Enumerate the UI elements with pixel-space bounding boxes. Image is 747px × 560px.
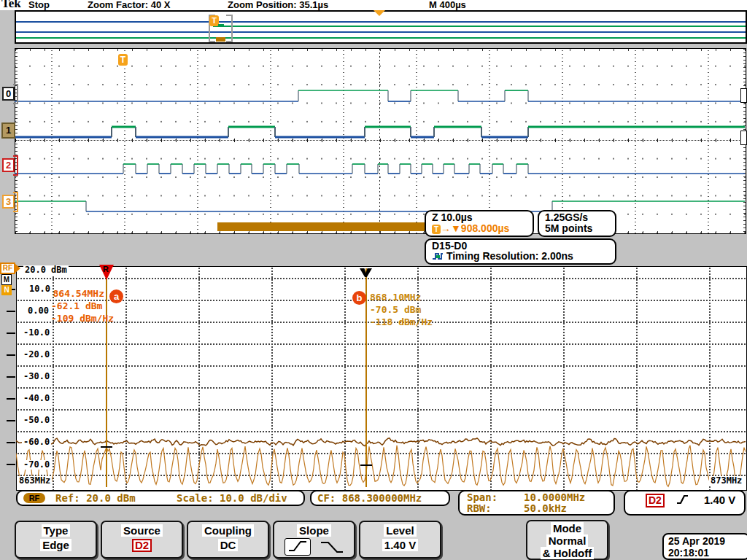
rf-span-value: 10.0000MHz (524, 491, 585, 503)
lane-mark-right-d1 (740, 131, 747, 145)
zoom-scale-readout: Z 10.0µs (432, 211, 473, 223)
rf-scale-readout: Scale: 10.0 dB/div (177, 492, 287, 504)
digital-waveforms (15, 48, 745, 233)
channel-label-d1-selected[interactable]: 1 (1, 122, 15, 139)
channel-bracket-d0 (13, 84, 18, 104)
trigger-level-readout: 1.40 V (704, 494, 735, 506)
rf-ylabel-m20: -20.0 (22, 350, 51, 359)
rising-slope-icon (286, 539, 309, 553)
marker-b-readout: 868.10MHz -70.5 dBm -118 dBm/Hz (370, 291, 433, 328)
record-length-readout: 5M points (545, 222, 592, 234)
channel-bracket-d2 (13, 155, 18, 176)
source-value: D2 (132, 539, 152, 552)
mode-value2: & Holdoff (541, 547, 594, 559)
marker-a-badge: a (109, 289, 123, 303)
sample-rate-readout: 1.25GS/s (545, 211, 588, 223)
level-value: 1.40 V (382, 539, 418, 551)
rf-ylabel-0: 0.00 (26, 306, 50, 316)
zoom-factor-readout: Zoom Factor: 40 X (88, 0, 170, 10)
rf-freq-right-label: 873MHz (709, 476, 743, 486)
rf-left-ticks (7, 267, 15, 466)
coupling-title: Coupling (202, 524, 254, 537)
rf-channel-badge-arrow (15, 264, 20, 273)
overview-wave-d1-low (16, 31, 746, 33)
zoom-delay-readout: →▼908.000µs (441, 222, 509, 234)
menu-button-coupling[interactable]: Coupling DC (187, 521, 269, 559)
rf-channel-badge: RF (0, 262, 15, 274)
coupling-value: DC (218, 539, 239, 551)
timing-resolution-icon (432, 252, 444, 260)
marker-a-amplitude-dash (101, 446, 112, 448)
digital-trigger-badge: T (118, 54, 128, 66)
main-trigger-position-triangle (374, 10, 385, 16)
rf-ylabel-m70: -70.0 (22, 460, 51, 470)
time-readout: 20:18:01 (668, 547, 747, 559)
menu-button-type[interactable]: Type Edge (15, 521, 97, 559)
rf-ref-scale-box: RF Ref: 20.0 dBm Scale: 10.0 dB/div (16, 490, 305, 506)
rf-ylabel-20: 20.0 dBm (23, 265, 69, 275)
source-title: Source (121, 524, 163, 537)
rf-readout-badge: RF (23, 493, 45, 503)
rf-ylabel-m10: -10.0 (22, 328, 51, 338)
sample-rate-box: 1.25GS/s 5M points (538, 210, 616, 237)
zoom-delay-t-badge: T (432, 225, 441, 234)
rf-ylabel-m30: -30.0 (22, 372, 51, 381)
marker-b-line (365, 268, 367, 487)
rf-cf-readout: CF: 868.300000MHz (317, 492, 422, 504)
acquisition-status: Stop (28, 0, 50, 10)
marker-a-amp: -62.1 dBm (51, 300, 104, 312)
level-title: Level (384, 524, 416, 537)
timebase-readout: M 400µs (429, 0, 466, 10)
overview-zoom-position-block (216, 37, 225, 42)
date-readout: 25 Apr 2019 (668, 535, 747, 547)
rf-ylabel-m60: -60.0 (22, 438, 51, 447)
zoom-extent-bar (217, 222, 430, 231)
menu-button-source[interactable]: Source D2 (101, 521, 183, 559)
rf-freq-left-label: 863MHz (18, 476, 52, 486)
menu-button-slope[interactable]: Slope (273, 521, 355, 559)
rf-ref-readout: Ref: 20.0 dBm (55, 492, 136, 504)
rf-span-rbw-box: Span: 10.0000MHz RBW: 50.0kHz (458, 490, 615, 516)
timing-resolution-readout: Timing Resolution: 2.00ns (446, 250, 573, 262)
menu-button-mode[interactable]: Mode Normal & Holdoff (526, 520, 608, 560)
type-title: Type (42, 524, 71, 537)
oscilloscope-screen: Tek Stop Zoom Factor: 40 X Zoom Position… (0, 0, 747, 560)
rf-trace-normal-badge: N (1, 285, 12, 295)
channel-bracket-d3 (13, 192, 18, 212)
tek-logo: Tek (1, 0, 21, 9)
menu-button-level[interactable]: Level 1.40 V (359, 521, 441, 559)
rf-ylabel-m40: -40.0 (22, 394, 51, 403)
type-value: Edge (40, 539, 71, 551)
rf-trace-max-badge: M (1, 274, 12, 285)
zoom-position-readout: Zoom Position: 35.1µs (228, 0, 328, 10)
zoom-window-bracket-right (226, 15, 233, 42)
overview-wave-d0-low (16, 21, 746, 23)
datetime-box: 25 Apr 2019 20:18:01 (662, 533, 747, 560)
overview-wave-d1-high (16, 37, 746, 39)
overview-wave-d0-high (213, 26, 746, 27)
marker-a-reference-flag: R (99, 265, 114, 280)
marker-a-readout: 864.54MHz -62.1 dBm -109 dBm/Hz (51, 287, 104, 324)
top-status-bar: Tek Stop Zoom Factor: 40 X Zoom Position… (0, 0, 747, 10)
marker-a-density: -109 dBm/Hz (51, 312, 104, 324)
rf-rbw-label: RBW: (467, 502, 492, 514)
rf-ylabel-10: 10.0 (28, 284, 52, 294)
slope-rising-option[interactable] (285, 538, 311, 556)
marker-b-freq: 868.10MHz (370, 291, 433, 303)
falling-slope-icon[interactable] (318, 540, 346, 554)
marker-b-density: -118 dBm/Hz (370, 316, 433, 328)
reference-flag-label: R (103, 265, 109, 273)
trigger-slope-icon (676, 494, 689, 505)
rf-rbw-value: 50.0kHz (524, 502, 567, 514)
marker-a-line (106, 268, 107, 487)
overview-activity-mark (218, 24, 224, 26)
rf-cf-box: CF: 868.300000MHz (310, 490, 450, 506)
zoom-scale-box: Z 10.0µs T→▼908.000µs (425, 210, 534, 237)
marker-b-amplitude-dash (360, 464, 372, 466)
slope-title: Slope (297, 524, 331, 537)
trigger-source-readout: D2 (646, 494, 665, 508)
marker-a-freq: 864.54MHz (51, 287, 104, 300)
rf-ylabel-m50: -50.0 (22, 416, 51, 425)
digital-bus-box: D15-D0 Timing Resolution: 2.00ns (425, 238, 616, 265)
marker-b-amp: -70.5 dBm (370, 303, 433, 316)
